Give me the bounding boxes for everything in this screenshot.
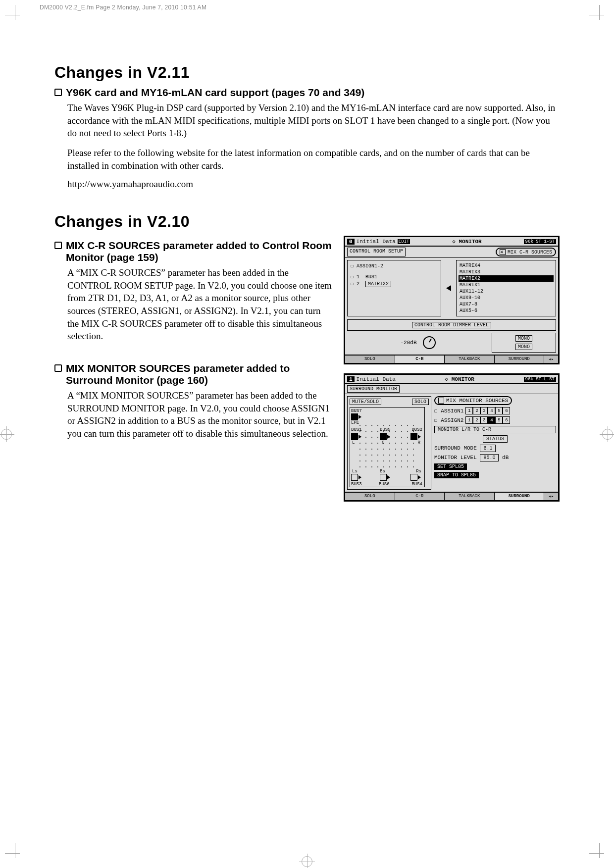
label-bus6: BUS6	[379, 482, 390, 487]
tab-surround[interactable]: SURROUND	[495, 493, 545, 500]
assign-number[interactable]: 5	[495, 416, 503, 424]
label-Rs: Rs	[416, 469, 421, 474]
assign-number[interactable]: 5	[495, 407, 503, 414]
source-list-item[interactable]: MATRIX2	[459, 275, 554, 282]
tab-c-r[interactable]: C-R	[395, 356, 445, 363]
section-title: Y96K card and MY16-mLAN card support (pa…	[66, 87, 364, 99]
registration-mark-bottom	[302, 856, 312, 867]
assign-number[interactable]: 2	[473, 416, 480, 424]
source-list-item[interactable]: MATRIX3	[459, 269, 554, 275]
crop-mark-br	[589, 843, 609, 863]
speaker-icon[interactable]	[351, 433, 358, 440]
website-url: http://www.yamahaproaudio.com	[67, 179, 560, 190]
assign2-numbers[interactable]: 123456	[465, 416, 510, 424]
lcd-titlebar: 1 Initial Data ◇ MONITOR 96k ST-L-ST	[345, 375, 558, 384]
source-list-item[interactable]: AUX5-6	[459, 307, 554, 314]
lcd-subhead: CONTROL ROOM SETUP MIX C-R SOURCES	[345, 247, 558, 258]
bullet-icon	[54, 364, 62, 372]
assign-number[interactable]: 2	[473, 407, 480, 414]
label-bus2: BUS2	[411, 427, 422, 432]
dimmer-value: -20dB	[400, 340, 416, 346]
label-R: R	[418, 440, 420, 445]
registration-mark-left	[1, 429, 12, 440]
source-list-item[interactable]: AUX9-10	[459, 295, 554, 301]
source-list-item[interactable]: MATRIX4	[459, 262, 554, 269]
assign-number[interactable]: 4	[488, 407, 495, 414]
section-head-mixcr: MIX C-R SOURCES parameter added to Contr…	[54, 240, 333, 263]
paragraph: A “MIX MONITOR SOURCES” parameter has be…	[67, 389, 333, 440]
bullet-icon	[54, 242, 62, 249]
source-list-item[interactable]: AUX11-12	[459, 288, 554, 295]
label-bus5: BUS5	[380, 427, 391, 432]
tab-c-r[interactable]: C-R	[395, 493, 445, 500]
speaker-icon[interactable]	[410, 433, 417, 440]
source-list[interactable]: MATRIX4MATRIX3MATRIX2MATRIX1AUX11-12AUX9…	[456, 260, 556, 316]
surround-mode-value: 6.1	[480, 445, 496, 452]
tab-solo[interactable]: SOLO	[345, 356, 395, 363]
tab-scroll-icon[interactable]: ◂▸	[544, 356, 558, 363]
assign-number[interactable]: 1	[465, 416, 473, 424]
lcd-tabs: SOLOC-RTALKBACKSURROUND◂▸	[345, 492, 558, 500]
speaker-icon[interactable]	[380, 433, 387, 440]
scene-number: 0	[347, 239, 355, 245]
label-bus4: BUS4	[411, 482, 422, 487]
page-title-box: SURROUND MONITOR	[347, 385, 400, 393]
scene-name: Initial Data	[357, 376, 396, 382]
source-list-item[interactable]: MATRIX1	[459, 282, 554, 288]
assign-number[interactable]: 4	[488, 416, 495, 424]
surround-mode-label: SURROUND MODE	[434, 445, 477, 451]
mix-monitor-sources-toggle[interactable]: MIX MONITOR SOURCES	[434, 396, 512, 405]
assign2-label: ☐ ASSIGN2	[434, 417, 463, 423]
speaker-icon[interactable]	[351, 474, 358, 481]
running-head: DM2000 V2.2_E.fm Page 2 Monday, June 7, …	[40, 4, 206, 11]
assign1-label: ☐ ASSIGN1	[434, 408, 463, 414]
solo-button[interactable]: SOLO	[412, 399, 429, 405]
section-head-y96k: Y96K card and MY16-mLAN card support (pa…	[54, 87, 560, 99]
mix-cr-sources-label: MIX C-R SOURCES	[508, 250, 552, 255]
set-spl-button[interactable]: SET SPL85	[434, 463, 467, 470]
source-list-item[interactable]: AUX7-8	[459, 301, 554, 307]
snap-spl-button[interactable]: SNAP TO SPL85	[434, 472, 479, 478]
assign-number[interactable]: 6	[503, 416, 510, 424]
speaker-icon[interactable]	[410, 474, 417, 481]
assign-number[interactable]: 1	[465, 407, 473, 414]
tab-solo[interactable]: SOLO	[345, 493, 395, 500]
mix-cr-sources-toggle[interactable]: MIX C-R SOURCES	[496, 248, 556, 256]
tab-talkback[interactable]: TALKBACK	[445, 493, 495, 500]
dimmer-panel: CONTROL ROOM DIMMER LEVEL	[347, 319, 556, 331]
monitor-lr-button[interactable]: MONITOR L/R TO C-R	[434, 426, 556, 433]
mono-button[interactable]: MONO	[515, 344, 532, 350]
surround-speaker-grid: BUS7 LFE BUS1 BUS5 BUS2 L	[350, 407, 425, 487]
assign-number[interactable]: 6	[503, 407, 510, 414]
tab-scroll-icon[interactable]: ◂▸	[544, 493, 558, 500]
dimmer-label: CONTROL ROOM DIMMER LEVEL	[412, 322, 491, 328]
speaker-icon[interactable]	[380, 474, 387, 481]
monitor-level-unit: dB	[502, 455, 509, 460]
edit-badge: EDIT	[398, 239, 410, 244]
assign-row-2[interactable]: ☐ 2 MATRIX2	[350, 280, 439, 288]
label-lfe: LFE	[351, 420, 359, 425]
label-L: L	[352, 440, 355, 445]
heading-changes-v211: Changes in V2.11	[54, 63, 560, 82]
mono-title: MONO	[515, 335, 532, 342]
section-title: MIX MONITOR SOURCES parameter added to S…	[66, 362, 333, 386]
speaker-icon[interactable]	[351, 413, 358, 420]
assign-number[interactable]: 3	[480, 416, 488, 424]
crop-mark-tl	[5, 5, 25, 25]
label-Bs: Bs	[380, 469, 385, 474]
mute-solo-toggle[interactable]: MUTE/SOLO	[350, 399, 381, 405]
tab-talkback[interactable]: TALKBACK	[445, 356, 495, 363]
monitor-label: ◇ MONITOR	[398, 376, 522, 382]
checkbox-icon	[500, 249, 506, 255]
paragraph: Please refer to the following website fo…	[67, 147, 560, 172]
sample-rate-badge: 96k ST 1-ST	[524, 239, 556, 244]
assign1-numbers: 123456	[465, 407, 510, 414]
dimmer-knob[interactable]	[423, 336, 436, 349]
assign-number[interactable]: 3	[480, 407, 488, 414]
lcd-tabs: SOLOC-RTALKBACKSURROUND◂▸	[345, 355, 558, 363]
label-Ls: Ls	[352, 469, 358, 474]
assign-label: ☐ ASSIGN1-2	[350, 262, 439, 269]
assign-row-1[interactable]: ☐ 1 BUS1	[350, 273, 439, 280]
tab-surround[interactable]: SURROUND	[495, 356, 545, 363]
status-label: STATUS	[483, 435, 508, 443]
